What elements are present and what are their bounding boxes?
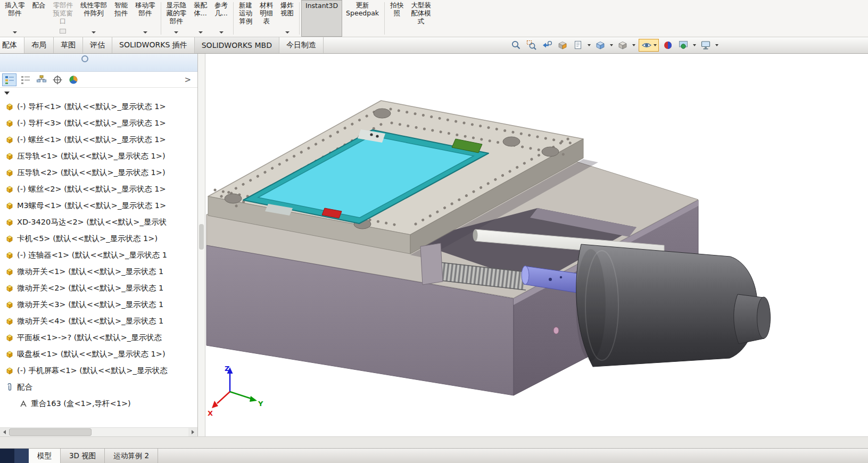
new-motion-study-button[interactable]: 新建 运动 算例	[235, 0, 256, 37]
tab-solidworks-mbd[interactable]: SOLIDWORKS MBD	[195, 37, 279, 53]
hide-show-items-group	[639, 39, 659, 52]
tab-motion-study[interactable]: 运动算例 2	[105, 449, 158, 463]
window-glyph-icon	[60, 29, 66, 34]
tree-item[interactable]: 卡机<5> (默认<<默认>_显示状态 1>)	[0, 230, 197, 247]
tab-3d-views[interactable]: 3D 视图	[61, 449, 105, 463]
linear-component-pattern-button[interactable]: 线性零部 件阵列	[77, 0, 111, 37]
dropdown-arrow-icon	[174, 31, 178, 34]
tab-feature-manager[interactable]	[2, 73, 16, 86]
part-icon	[5, 251, 14, 260]
insert-components-button[interactable]: 插入零 部件	[1, 0, 29, 37]
tree-item-label: M3螺母<1> (默认<<默认>_显示状态 1>	[17, 201, 166, 211]
dropdown-arrow-icon[interactable]	[715, 44, 718, 46]
take-snapshot-button[interactable]: 拍快 照	[386, 0, 407, 37]
mate-button[interactable]: 配合	[29, 0, 49, 37]
dropdown-arrow-icon[interactable]	[588, 44, 591, 46]
tab-solidworks-addins[interactable]: SOLIDWORKS 插件	[112, 37, 195, 53]
panel-expand-chevron-icon[interactable]: >	[180, 75, 195, 85]
tree-item[interactable]: 微动开关<4> (默认<<默认>_显示状态 1	[0, 313, 197, 329]
tree-item-label: 微动开关<3> (默认<<默认>_显示状态 1	[17, 300, 163, 310]
show-hidden-components-button[interactable]: 显示隐 藏的零 部件	[163, 0, 191, 37]
apply-scene-icon[interactable]	[677, 39, 690, 51]
graphics-area[interactable]: Z X Y	[205, 54, 868, 436]
panel-collapse-handle-icon[interactable]	[81, 55, 88, 62]
display-style-icon[interactable]	[616, 39, 629, 51]
view-settings-icon[interactable]	[699, 39, 712, 51]
camera-dot	[376, 135, 378, 137]
scroll-thumb[interactable]	[9, 428, 92, 436]
motor-part[interactable]	[576, 244, 771, 367]
hide-show-items-icon[interactable]	[640, 39, 653, 51]
scroll-right-arrow[interactable]	[188, 428, 197, 436]
tree-item-label: (-) 手机屏幕<1> (默认<<默认>_显示状态	[17, 366, 168, 376]
taskbar-fragment-dark	[0, 449, 14, 463]
tab-sketch[interactable]: 草图	[54, 37, 83, 53]
tab-property-manager[interactable]	[18, 73, 32, 86]
tab-evaluate[interactable]: 评估	[83, 37, 112, 53]
part-icon	[5, 235, 14, 243]
edit-appearance-icon[interactable]	[662, 39, 674, 51]
tree-horizontal-scrollbar[interactable]	[0, 427, 197, 436]
assembly-features-button[interactable]: 装配 体...	[190, 0, 211, 37]
tree-root-row[interactable]	[0, 88, 197, 98]
tab-today-manufacture[interactable]: 今日制造	[279, 37, 324, 53]
tree-item[interactable]: M3螺母<1> (默认<<默认>_显示状态 1>	[0, 197, 197, 214]
tree-item[interactable]: (-) 连轴器<1> (默认<<默认>_显示状态 1	[0, 247, 197, 263]
view-orientation-icon[interactable]	[594, 39, 607, 51]
tree-item-label: (-) 导杆<1> (默认<<默认>_显示状态 1>	[17, 102, 166, 112]
tree-item[interactable]: (-) 导杆<1> (默认<<默认>_显示状态 1>	[0, 98, 197, 115]
large-assembly-mode-button[interactable]: 大型装 配体模 式	[407, 0, 435, 37]
annotation-view-icon[interactable]	[572, 39, 584, 51]
tree-item[interactable]: (-) 螺丝<2> (默认<<默认>_显示状态 1>	[0, 181, 197, 197]
tree-item[interactable]: 吸盘板<1> (默认<<默认>_显示状态 1>)	[0, 346, 197, 362]
dropdown-arrow-icon[interactable]	[654, 44, 657, 46]
update-speedpak-button[interactable]: 更新 Speedpak	[342, 0, 383, 37]
reference-geometry-button[interactable]: 参考 几...	[211, 0, 232, 37]
3d-model-viewport[interactable]: Z X Y	[205, 54, 868, 436]
component-preview-window-button[interactable]: 零部件 预览窗 口	[49, 0, 77, 37]
dropdown-arrow-icon	[285, 31, 290, 34]
tree-item[interactable]: 微动开关<3> (默认<<默认>_显示状态 1	[0, 296, 197, 313]
zoom-to-fit-icon[interactable]	[510, 39, 523, 51]
scroll-track[interactable]	[9, 428, 188, 436]
tree-item-label: 吸盘板<1> (默认<<默认>_显示状态 1>)	[17, 349, 166, 359]
dropdown-arrow-icon[interactable]	[693, 44, 696, 46]
tree-item[interactable]: XD-3420马达<2> (默认<<默认>_显示状	[0, 214, 197, 230]
tree-item[interactable]: 压导轨<2> (默认<<默认>_显示状态 1>)	[0, 164, 197, 181]
tab-model[interactable]: 模型	[29, 449, 61, 463]
tab-layout[interactable]: 布局	[24, 37, 54, 53]
tab-display-manager[interactable]	[66, 73, 80, 86]
tree-item[interactable]: (-) 手机屏幕<1> (默认<<默认>_显示状态	[0, 362, 197, 379]
tree-item[interactable]: 压导轨<1> (默认<<默认>_显示状态 1>)	[0, 148, 197, 164]
bill-of-materials-button[interactable]: 材料 明细 表	[256, 0, 277, 37]
tree-item-mate[interactable]: 重合163 (盒<1>,导杆<1>)	[0, 395, 197, 412]
tree-item[interactable]: 平面板<1>->? (默认<<默认>_显示状态	[0, 329, 197, 346]
tree-item[interactable]: (-) 导杆<3> (默认<<默认>_显示状态 1>	[0, 115, 197, 131]
rod-end	[473, 229, 478, 241]
move-component-button[interactable]: 移动零 部件	[131, 0, 159, 37]
tree-item[interactable]: (-) 螺丝<1> (默认<<默认>_显示状态 1>	[0, 131, 197, 148]
dropdown-arrow-icon[interactable]	[610, 44, 613, 46]
tree-item-label: 平面板<1>->? (默认<<默认>_显示状态	[17, 333, 162, 343]
dropdown-arrow-icon[interactable]	[632, 44, 635, 46]
axis-y-label: Y	[258, 400, 263, 408]
exploded-view-button[interactable]: 爆炸 视图	[277, 0, 297, 37]
tab-dimxpert-manager[interactable]	[50, 73, 64, 86]
tab-configuration-manager[interactable]	[34, 73, 48, 86]
bearing-block-part[interactable]	[420, 243, 443, 285]
origin-triad-icon: Z X Y	[208, 365, 263, 417]
previous-view-icon[interactable]	[541, 39, 553, 51]
tree-vertical-scrollbar[interactable]	[198, 54, 205, 436]
tree-item-label: 重合163 (盒<1>,导杆<1>)	[31, 399, 131, 409]
tree-item[interactable]: 微动开关<1> (默认<<默认>_显示状态 1	[0, 263, 197, 280]
tree-item-mates-group[interactable]: 配合	[0, 379, 197, 395]
scroll-left-arrow[interactable]	[0, 428, 9, 436]
smart-fasteners-button[interactable]: 智能 扣件	[111, 0, 131, 37]
zoom-area-icon[interactable]	[525, 39, 538, 51]
solidworks-window: 插入零 部件 配合 零部件 预览窗 口 线性零部 件阵列 智能 扣件 移动零 部…	[0, 0, 868, 463]
section-view-icon[interactable]	[556, 39, 569, 51]
tab-assembly[interactable]: 配体	[0, 37, 24, 53]
instant3d-button[interactable]: Instant3D	[301, 0, 342, 37]
tree-item[interactable]: 微动开关<2> (默认<<默认>_显示状态 1	[0, 280, 197, 296]
scroll-thumb[interactable]	[199, 224, 204, 250]
